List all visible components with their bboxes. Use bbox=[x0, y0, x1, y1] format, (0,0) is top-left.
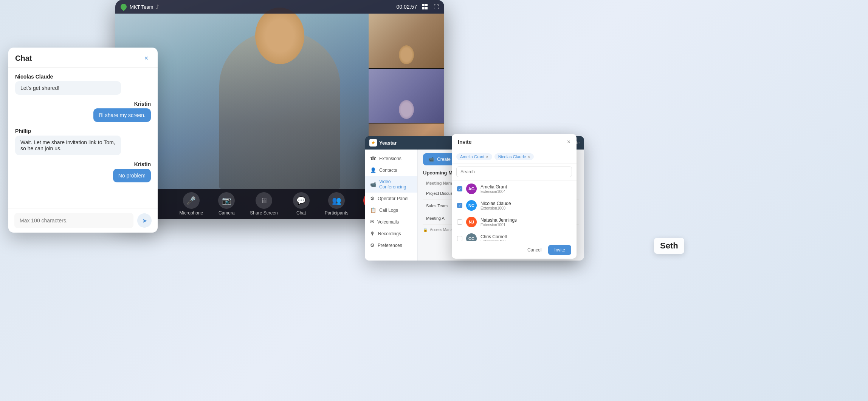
send-button[interactable]: ➤ bbox=[137, 213, 152, 228]
invite-modal: Invite × Amelia Grant × Nicolas Claude ×… bbox=[452, 134, 577, 259]
extensions-icon: ☎ bbox=[370, 156, 376, 161]
message-group-4: Kristin No problem bbox=[15, 161, 151, 182]
share-icon[interactable]: ⤴ bbox=[156, 4, 159, 10]
chat-panel: Chat × Nicolas Claude Let's get shared! … bbox=[8, 48, 158, 233]
operator-label: Operator Panel bbox=[378, 196, 408, 201]
camera-button[interactable]: 📷 Camera bbox=[218, 192, 235, 216]
chat-button[interactable]: 💬 Chat bbox=[293, 192, 310, 216]
message-3: Wait. Let me share invitation link to To… bbox=[15, 136, 121, 155]
tag-amelia-label: Amelia Grant bbox=[460, 154, 484, 159]
message-group-2: Kristin I'll share my screen. bbox=[15, 101, 151, 122]
preferences-label: Preferences bbox=[378, 243, 402, 248]
share-screen-icon: 🖥 bbox=[256, 192, 272, 209]
invite-search-input[interactable] bbox=[456, 167, 572, 177]
yeastar-logo: ★ Yeastar bbox=[369, 139, 397, 147]
chat-icon: 💬 bbox=[293, 192, 310, 209]
video-title-left: MKT Team ⤴ bbox=[121, 4, 159, 10]
camera-label: Camera bbox=[219, 210, 235, 216]
expand-icon[interactable] bbox=[434, 3, 439, 10]
camera-icon: 📷 bbox=[218, 192, 235, 209]
video-label: Video Conferencing bbox=[379, 179, 412, 190]
recordings-label: Recordings bbox=[378, 231, 401, 236]
sidebar-item-video[interactable]: 📹 Video Conferencing bbox=[365, 176, 417, 193]
sidebar-item-operator[interactable]: ⚙ Operator Panel bbox=[365, 193, 417, 204]
message-4: No problem bbox=[113, 169, 151, 182]
person-ext-3: Extension1001 bbox=[480, 223, 571, 227]
sidebar-item-calllogs[interactable]: 📋 Call Logs bbox=[365, 204, 417, 216]
checkbox-4[interactable] bbox=[457, 236, 462, 241]
seth-name-card: Seth bbox=[654, 238, 684, 254]
share-screen-label: Share Screen bbox=[250, 210, 277, 216]
checkbox-1[interactable]: ✓ bbox=[457, 186, 462, 191]
sidebar-item-voicemails[interactable]: ✉ Voicemails bbox=[365, 216, 417, 228]
video-meeting-title: MKT Team bbox=[130, 4, 153, 10]
message-1: Let's get shared! bbox=[15, 81, 121, 95]
preferences-icon: ⚙ bbox=[370, 242, 375, 248]
invite-search bbox=[452, 163, 577, 180]
person-name-4: Chris Cornell bbox=[480, 234, 571, 239]
person-name-2: Nicolas Claude bbox=[480, 201, 571, 206]
operator-icon: ⚙ bbox=[370, 196, 375, 201]
instant-icon: 📹 bbox=[428, 157, 434, 162]
participants-label: Participants bbox=[325, 210, 349, 216]
person-info-2: Nicolas Claude Extension1000 bbox=[480, 201, 571, 210]
yeastar-logo-icon: ★ bbox=[369, 139, 377, 147]
grid-icon[interactable] bbox=[422, 4, 428, 10]
chat-input-area: ➤ bbox=[8, 208, 158, 233]
sidebar-item-contacts[interactable]: 👤 Contacts bbox=[365, 164, 417, 176]
list-item[interactable]: CC Chris Cornell Extension2400 bbox=[452, 230, 577, 241]
invite-tags: Amelia Grant × Nicolas Claude × bbox=[452, 150, 577, 163]
chat-messages: Nicolas Claude Let's get shared! Kristin… bbox=[8, 68, 158, 208]
sender-4: Kristin bbox=[134, 161, 151, 167]
person-ext-2: Extension1000 bbox=[480, 206, 571, 210]
yeastar-brand: Yeastar bbox=[379, 140, 397, 146]
avatar-2: NC bbox=[466, 200, 477, 211]
invite-button[interactable]: Invite bbox=[548, 245, 571, 255]
contacts-icon: 👤 bbox=[370, 167, 376, 173]
tag-amelia-remove[interactable]: × bbox=[486, 154, 488, 159]
invite-title: Invite bbox=[458, 139, 472, 145]
sidebar-item-preferences[interactable]: ⚙ Preferences bbox=[365, 239, 417, 251]
person-info-3: Natasha Jennings Extension1001 bbox=[480, 217, 571, 227]
tag-nicolas-label: Nicolas Claude bbox=[498, 154, 526, 159]
cancel-button[interactable]: Cancel bbox=[524, 245, 545, 255]
chat-header: Chat × bbox=[8, 48, 158, 68]
person-ext-4: Extension2400 bbox=[480, 239, 571, 241]
chat-close-button[interactable]: × bbox=[142, 54, 151, 63]
person-info-1: Amelia Grant Extension1004 bbox=[480, 184, 571, 194]
person-head bbox=[255, 8, 304, 64]
video-title-right: 00:02:57 bbox=[397, 3, 439, 10]
calllogs-label: Call Logs bbox=[379, 208, 398, 213]
list-item[interactable]: ✓ NC Nicolas Claude Extension1000 bbox=[452, 197, 577, 214]
extensions-label: Extensions bbox=[379, 156, 401, 161]
sender-1: Nicolas Claude bbox=[15, 74, 151, 80]
message-group-1: Nicolas Claude Let's get shared! bbox=[15, 74, 151, 95]
microphone-button[interactable]: 🎤 Microphone bbox=[180, 192, 203, 216]
timer: 00:02:57 bbox=[397, 4, 417, 10]
list-item[interactable]: ✓ AG Amelia Grant Extension1004 bbox=[452, 180, 577, 197]
yeastar-star-icon: ★ bbox=[371, 140, 375, 145]
sidebar-item-extensions[interactable]: ☎ Extensions bbox=[365, 153, 417, 164]
avatar-3: NJ bbox=[466, 217, 477, 227]
checkbox-2[interactable]: ✓ bbox=[457, 203, 462, 208]
participants-button[interactable]: 👥 Participants bbox=[325, 192, 349, 216]
participants-icon: 👥 bbox=[328, 192, 345, 209]
tag-nicolas-remove[interactable]: × bbox=[528, 154, 530, 159]
person-name-3: Natasha Jennings bbox=[480, 217, 571, 223]
tag-nicolas: Nicolas Claude × bbox=[494, 153, 534, 160]
chat-input[interactable] bbox=[14, 213, 133, 228]
invite-header: Invite × bbox=[452, 134, 577, 150]
invite-close-button[interactable]: × bbox=[567, 139, 570, 145]
person-ext-1: Extension1004 bbox=[480, 190, 571, 194]
avatar-4: CC bbox=[466, 233, 477, 241]
sender-2: Kristin bbox=[134, 101, 151, 107]
microphone-icon: 🎤 bbox=[183, 192, 200, 209]
sidebar-item-recordings[interactable]: 🎙 Recordings bbox=[365, 228, 417, 239]
list-item[interactable]: NJ Natasha Jennings Extension1001 bbox=[452, 214, 577, 230]
video-icon: 📹 bbox=[370, 182, 376, 187]
thumb-1 bbox=[369, 14, 444, 68]
checkbox-3[interactable] bbox=[457, 219, 462, 225]
video-titlebar: MKT Team ⤴ 00:02:57 bbox=[115, 0, 444, 14]
thumb-2 bbox=[369, 69, 444, 123]
share-screen-button[interactable]: 🖥 Share Screen bbox=[250, 192, 277, 216]
